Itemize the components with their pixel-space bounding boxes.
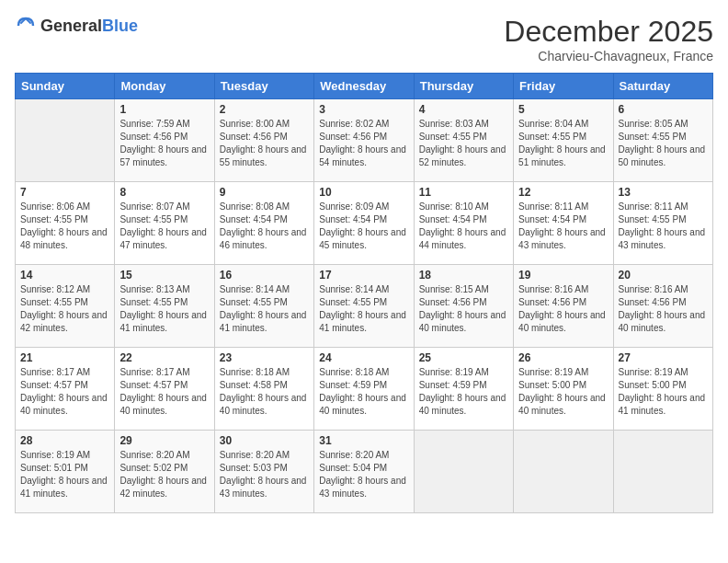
cell-info: Sunrise: 8:19 AMSunset: 5:00 PMDaylight:… xyxy=(619,366,708,418)
cell-info: Sunrise: 8:18 AMSunset: 4:58 PMDaylight:… xyxy=(220,366,309,418)
weekday-header-thursday: Thursday xyxy=(414,74,513,99)
day-number: 20 xyxy=(619,269,708,282)
day-number: 4 xyxy=(419,103,508,116)
calendar-cell: 11Sunrise: 8:10 AMSunset: 4:54 PMDayligh… xyxy=(414,182,513,265)
calendar-cell: 29Sunrise: 8:20 AMSunset: 5:02 PMDayligh… xyxy=(115,431,214,513)
day-number: 10 xyxy=(319,186,408,199)
week-row-5: 28Sunrise: 8:19 AMSunset: 5:01 PMDayligh… xyxy=(16,431,713,513)
calendar-cell: 26Sunrise: 8:19 AMSunset: 5:00 PMDayligh… xyxy=(514,348,613,431)
weekday-header-friday: Friday xyxy=(514,74,613,99)
cell-info: Sunrise: 8:20 AMSunset: 5:02 PMDaylight:… xyxy=(119,449,209,500)
calendar-cell: 28Sunrise: 8:19 AMSunset: 5:01 PMDayligh… xyxy=(16,431,115,513)
calendar-cell xyxy=(16,99,115,182)
calendar-cell: 21Sunrise: 8:17 AMSunset: 4:57 PMDayligh… xyxy=(16,348,115,431)
logo-icon xyxy=(15,15,37,37)
weekday-header-saturday: Saturday xyxy=(613,74,712,99)
calendar-cell: 19Sunrise: 8:16 AMSunset: 4:56 PMDayligh… xyxy=(514,265,613,348)
calendar-cell: 27Sunrise: 8:19 AMSunset: 5:00 PMDayligh… xyxy=(613,348,712,431)
week-row-2: 7Sunrise: 8:06 AMSunset: 4:55 PMDaylight… xyxy=(16,182,713,265)
title-area: December 2025 Charvieu-Chavagneux, Franc… xyxy=(504,15,713,63)
weekday-header-sunday: Sunday xyxy=(16,74,115,99)
page-header: GeneralBlue December 2025 Charvieu-Chava… xyxy=(15,15,713,63)
logo: GeneralBlue xyxy=(15,15,138,37)
calendar-cell: 20Sunrise: 8:16 AMSunset: 4:56 PMDayligh… xyxy=(613,265,712,348)
day-number: 29 xyxy=(119,434,209,447)
day-number: 14 xyxy=(20,269,109,282)
cell-info: Sunrise: 8:20 AMSunset: 5:04 PMDaylight:… xyxy=(319,449,408,500)
cell-info: Sunrise: 8:12 AMSunset: 4:55 PMDaylight:… xyxy=(20,283,109,335)
cell-info: Sunrise: 8:00 AMSunset: 4:56 PMDaylight:… xyxy=(220,118,309,169)
calendar-cell: 4Sunrise: 8:03 AMSunset: 4:55 PMDaylight… xyxy=(414,99,513,182)
day-number: 12 xyxy=(518,186,608,199)
week-row-3: 14Sunrise: 8:12 AMSunset: 4:55 PMDayligh… xyxy=(16,265,713,348)
cell-info: Sunrise: 8:13 AMSunset: 4:55 PMDaylight:… xyxy=(119,283,209,335)
cell-info: Sunrise: 8:11 AMSunset: 4:55 PMDaylight:… xyxy=(619,201,708,252)
calendar-cell: 13Sunrise: 8:11 AMSunset: 4:55 PMDayligh… xyxy=(613,182,712,265)
calendar-cell: 8Sunrise: 8:07 AMSunset: 4:55 PMDaylight… xyxy=(115,182,214,265)
day-number: 2 xyxy=(220,103,309,116)
day-number: 28 xyxy=(20,434,109,447)
calendar-cell: 15Sunrise: 8:13 AMSunset: 4:55 PMDayligh… xyxy=(115,265,214,348)
cell-info: Sunrise: 8:07 AMSunset: 4:55 PMDaylight:… xyxy=(119,201,209,252)
day-number: 24 xyxy=(319,351,408,364)
calendar-cell: 17Sunrise: 8:14 AMSunset: 4:55 PMDayligh… xyxy=(314,265,414,348)
calendar-cell xyxy=(414,431,513,513)
day-number: 21 xyxy=(20,351,109,364)
day-number: 3 xyxy=(319,103,408,116)
cell-info: Sunrise: 8:17 AMSunset: 4:57 PMDaylight:… xyxy=(20,366,109,418)
cell-info: Sunrise: 8:18 AMSunset: 4:59 PMDaylight:… xyxy=(319,366,408,418)
cell-info: Sunrise: 8:16 AMSunset: 4:56 PMDaylight:… xyxy=(518,283,608,335)
weekday-header-monday: Monday xyxy=(115,74,214,99)
calendar-cell: 12Sunrise: 8:11 AMSunset: 4:54 PMDayligh… xyxy=(514,182,613,265)
calendar-cell: 3Sunrise: 8:02 AMSunset: 4:56 PMDaylight… xyxy=(314,99,414,182)
cell-info: Sunrise: 8:06 AMSunset: 4:55 PMDaylight:… xyxy=(20,201,109,252)
day-number: 6 xyxy=(619,103,708,116)
week-row-4: 21Sunrise: 8:17 AMSunset: 4:57 PMDayligh… xyxy=(16,348,713,431)
day-number: 8 xyxy=(119,186,209,199)
cell-info: Sunrise: 8:08 AMSunset: 4:54 PMDaylight:… xyxy=(220,201,309,252)
day-number: 31 xyxy=(319,434,408,447)
day-number: 5 xyxy=(518,103,608,116)
cell-info: Sunrise: 8:17 AMSunset: 4:57 PMDaylight:… xyxy=(119,366,209,418)
calendar-cell: 16Sunrise: 8:14 AMSunset: 4:55 PMDayligh… xyxy=(214,265,313,348)
cell-info: Sunrise: 8:14 AMSunset: 4:55 PMDaylight:… xyxy=(319,283,408,335)
cell-info: Sunrise: 8:10 AMSunset: 4:54 PMDaylight:… xyxy=(419,201,508,252)
week-row-1: 1Sunrise: 7:59 AMSunset: 4:56 PMDaylight… xyxy=(16,99,713,182)
calendar-cell: 14Sunrise: 8:12 AMSunset: 4:55 PMDayligh… xyxy=(16,265,115,348)
day-number: 7 xyxy=(20,186,109,199)
calendar-cell: 1Sunrise: 7:59 AMSunset: 4:56 PMDaylight… xyxy=(115,99,214,182)
day-number: 9 xyxy=(220,186,309,199)
location: Charvieu-Chavagneux, France xyxy=(504,49,713,63)
cell-info: Sunrise: 8:20 AMSunset: 5:03 PMDaylight:… xyxy=(220,449,309,500)
cell-info: Sunrise: 8:11 AMSunset: 4:54 PMDaylight:… xyxy=(518,201,608,252)
day-number: 25 xyxy=(419,351,508,364)
calendar-cell: 7Sunrise: 8:06 AMSunset: 4:55 PMDaylight… xyxy=(16,182,115,265)
cell-info: Sunrise: 8:19 AMSunset: 5:00 PMDaylight:… xyxy=(518,366,608,418)
calendar-cell: 6Sunrise: 8:05 AMSunset: 4:55 PMDaylight… xyxy=(613,99,712,182)
cell-info: Sunrise: 8:16 AMSunset: 4:56 PMDaylight:… xyxy=(619,283,708,335)
day-number: 1 xyxy=(119,103,209,116)
cell-info: Sunrise: 8:05 AMSunset: 4:55 PMDaylight:… xyxy=(619,118,708,169)
day-number: 17 xyxy=(319,269,408,282)
day-number: 19 xyxy=(518,269,608,282)
calendar-cell: 23Sunrise: 8:18 AMSunset: 4:58 PMDayligh… xyxy=(214,348,313,431)
calendar-cell: 24Sunrise: 8:18 AMSunset: 4:59 PMDayligh… xyxy=(314,348,414,431)
day-number: 16 xyxy=(220,269,309,282)
calendar-cell: 2Sunrise: 8:00 AMSunset: 4:56 PMDaylight… xyxy=(214,99,313,182)
calendar-cell: 18Sunrise: 8:15 AMSunset: 4:56 PMDayligh… xyxy=(414,265,513,348)
weekday-header-tuesday: Tuesday xyxy=(214,74,313,99)
calendar-cell: 31Sunrise: 8:20 AMSunset: 5:04 PMDayligh… xyxy=(314,431,414,513)
weekday-header-wednesday: Wednesday xyxy=(314,74,414,99)
month-year: December 2025 xyxy=(504,15,713,49)
calendar-cell xyxy=(613,431,712,513)
day-number: 30 xyxy=(220,434,309,447)
cell-info: Sunrise: 8:09 AMSunset: 4:54 PMDaylight:… xyxy=(319,201,408,252)
calendar-table: SundayMondayTuesdayWednesdayThursdayFrid… xyxy=(15,73,713,513)
cell-info: Sunrise: 7:59 AMSunset: 4:56 PMDaylight:… xyxy=(119,118,209,169)
weekday-header-row: SundayMondayTuesdayWednesdayThursdayFrid… xyxy=(16,74,713,99)
day-number: 23 xyxy=(220,351,309,364)
cell-info: Sunrise: 8:19 AMSunset: 5:01 PMDaylight:… xyxy=(20,449,109,500)
day-number: 22 xyxy=(119,351,209,364)
calendar-cell: 5Sunrise: 8:04 AMSunset: 4:55 PMDaylight… xyxy=(514,99,613,182)
cell-info: Sunrise: 8:14 AMSunset: 4:55 PMDaylight:… xyxy=(220,283,309,335)
